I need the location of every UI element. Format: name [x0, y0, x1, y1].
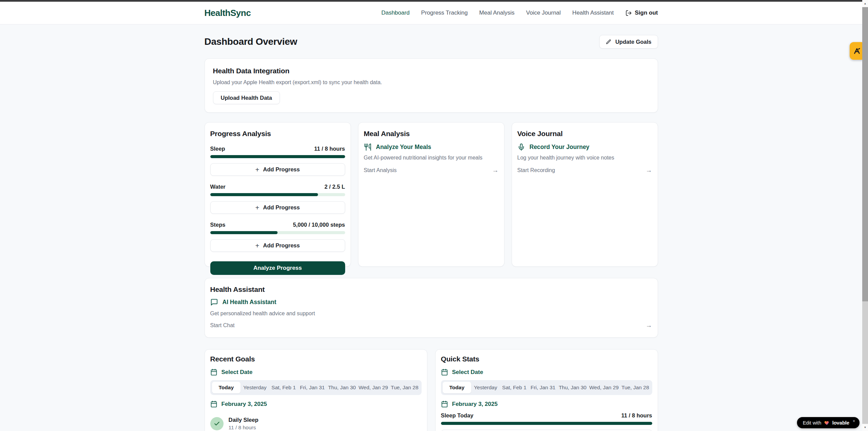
date-tab-today[interactable]: Today [443, 382, 472, 393]
sign-out-icon [625, 10, 632, 16]
plus-icon: + [255, 204, 260, 211]
progress-analysis-title: Progress Analysis [210, 130, 345, 138]
sleep-today-stat: Sleep Today 11 / 8 hours [441, 412, 652, 419]
scroll-up-arrow[interactable]: ▲ [862, 0, 868, 7]
start-recording-action[interactable]: Start Recording → [517, 167, 652, 174]
meal-analysis-title: Meal Analysis [364, 130, 499, 138]
add-progress-sleep-button[interactable]: + Add Progress [210, 163, 345, 176]
metric-sleep: Sleep 11 / 8 hours + Add Progress [210, 146, 345, 176]
stat-label: Sleep Today [441, 412, 474, 419]
voice-journal-title: Voice Journal [517, 130, 652, 138]
metric-water-label: Water [210, 184, 226, 190]
metric-sleep-progressbar [210, 155, 345, 158]
recent-goals-card: Recent Goals Select Date Today Yesterday… [205, 349, 427, 431]
date-tab-thu-jan-30[interactable]: Thu, Jan 30 [557, 382, 588, 393]
date-tab-wed-jan-29[interactable]: Wed, Jan 29 [588, 382, 620, 393]
goal-name: Daily Sleep [229, 417, 259, 423]
health-data-description: Upload your Apple Health export (export.… [213, 79, 650, 86]
current-date-label[interactable]: February 3, 2025 [441, 400, 652, 408]
utensils-icon [364, 143, 372, 151]
analyze-progress-button[interactable]: Analyze Progress [210, 261, 345, 275]
main-nav: Dashboard Progress Tracking Meal Analysi… [381, 10, 658, 16]
ai-health-assistant-link[interactable]: AI Health Assistant [210, 298, 652, 306]
metric-steps-progressbar [210, 231, 345, 234]
goal-value: 11 / 8 hours [229, 425, 259, 431]
health-data-integration-card: Health Data Integration Upload your Appl… [205, 58, 658, 113]
goal-item-daily-sleep: Daily Sleep 11 / 8 hours [210, 417, 422, 431]
health-assistant-title: Health Assistant [210, 285, 652, 294]
record-your-journey-link[interactable]: Record Your Journey [517, 143, 652, 151]
plus-icon: + [255, 242, 260, 249]
date-tab-thu-jan-30[interactable]: Thu, Jan 30 [327, 382, 357, 393]
select-date-link[interactable]: Select Date [210, 369, 422, 376]
calendar-icon [210, 369, 217, 376]
add-progress-button[interactable]: + Add Progress [441, 430, 652, 431]
date-tab-tue-jan-28[interactable]: Tue, Jan 28 [620, 382, 650, 393]
metric-sleep-label: Sleep [210, 146, 225, 152]
start-chat-action[interactable]: Start Chat → [210, 322, 652, 329]
quick-stats-title: Quick Stats [441, 355, 652, 363]
app-header: HealthSync Dashboard Progress Tracking M… [0, 2, 862, 24]
voice-journal-description: Log your health journey with voice notes [517, 155, 652, 161]
date-tabs: Today Yesterday Sat, Feb 1 Fri, Jan 31 T… [441, 380, 652, 395]
date-tab-sat-feb-1[interactable]: Sat, Feb 1 [500, 382, 529, 393]
date-tab-tue-jan-28[interactable]: Tue, Jan 28 [389, 382, 420, 393]
calendar-icon [210, 400, 217, 408]
nav-item-health-assistant[interactable]: Health Assistant [572, 10, 614, 16]
chat-bubble-icon [210, 298, 218, 306]
lovable-editor-toggle-button[interactable] [850, 42, 864, 60]
app-logo[interactable]: HealthSync [205, 8, 251, 18]
arrow-right-icon: → [646, 167, 652, 174]
edit-with-lovable-badge[interactable]: Edit with lovable × [797, 417, 860, 428]
voice-journal-card: Voice Journal Record Your Journey Log yo… [512, 122, 658, 267]
health-assistant-description: Get personalized health advice and suppo… [210, 311, 652, 317]
nav-item-voice-journal[interactable]: Voice Journal [526, 10, 561, 16]
sign-out-button[interactable]: Sign out [625, 10, 658, 16]
scrollbar-thumb[interactable] [862, 7, 868, 301]
metric-steps: Steps 5,000 / 10,000 steps + Add Progres… [210, 222, 345, 252]
date-tab-yesterday[interactable]: Yesterday [471, 382, 500, 393]
stat-value: 11 / 8 hours [621, 412, 652, 419]
date-tab-yesterday[interactable]: Yesterday [241, 382, 269, 393]
analyze-your-meals-link[interactable]: Analyze Your Meals [364, 143, 499, 151]
date-tabs: Today Yesterday Sat, Feb 1 Fri, Jan 31 T… [210, 380, 422, 395]
health-assistant-card: Health Assistant AI Health Assistant Get… [205, 278, 658, 338]
sleep-today-progressbar [441, 422, 652, 425]
metric-sleep-value: 11 / 8 hours [314, 146, 345, 152]
metric-steps-label: Steps [210, 222, 226, 228]
date-tab-today[interactable]: Today [212, 382, 241, 393]
date-tab-wed-jan-29[interactable]: Wed, Jan 29 [357, 382, 389, 393]
progress-analysis-card: Progress Analysis Sleep 11 / 8 hours + A… [205, 122, 351, 267]
metric-water-value: 2 / 2.5 L [324, 184, 345, 190]
nav-item-dashboard[interactable]: Dashboard [381, 10, 409, 16]
date-tab-sat-feb-1[interactable]: Sat, Feb 1 [269, 382, 298, 393]
metric-steps-value: 5,000 / 10,000 steps [293, 222, 345, 228]
vertical-scrollbar[interactable]: ▲ ▼ [862, 0, 868, 431]
select-date-link[interactable]: Select Date [441, 369, 652, 376]
pencil-icon [606, 39, 612, 45]
close-icon[interactable]: × [853, 419, 855, 424]
nav-item-meal-analysis[interactable]: Meal Analysis [479, 10, 515, 16]
meal-analysis-description: Get AI-powered nutritional insights for … [364, 155, 499, 161]
update-goals-button[interactable]: Update Goals [599, 35, 658, 49]
recent-goals-title: Recent Goals [210, 355, 422, 363]
lovable-a-icon [852, 46, 861, 55]
current-date-label[interactable]: February 3, 2025 [210, 400, 422, 408]
calendar-icon [441, 369, 448, 376]
check-circle-icon [210, 417, 224, 430]
upload-health-data-button[interactable]: Upload Health Data [213, 91, 280, 104]
add-progress-water-button[interactable]: + Add Progress [210, 201, 345, 214]
start-analysis-action[interactable]: Start Analysis → [364, 167, 499, 174]
quick-stats-card: Quick Stats Select Date Today Yesterday … [435, 349, 658, 431]
calendar-icon [441, 400, 448, 408]
date-tab-fri-jan-31[interactable]: Fri, Jan 31 [298, 382, 327, 393]
nav-item-progress-tracking[interactable]: Progress Tracking [421, 10, 468, 16]
arrow-right-icon: → [492, 167, 499, 174]
date-tab-fri-jan-31[interactable]: Fri, Jan 31 [529, 382, 557, 393]
scroll-down-arrow[interactable]: ▼ [862, 424, 868, 431]
add-progress-steps-button[interactable]: + Add Progress [210, 239, 345, 252]
metric-water-progressbar [210, 193, 345, 196]
metric-water: Water 2 / 2.5 L + Add Progress [210, 184, 345, 214]
heart-icon [824, 420, 830, 426]
lovable-label: lovable [832, 420, 849, 426]
